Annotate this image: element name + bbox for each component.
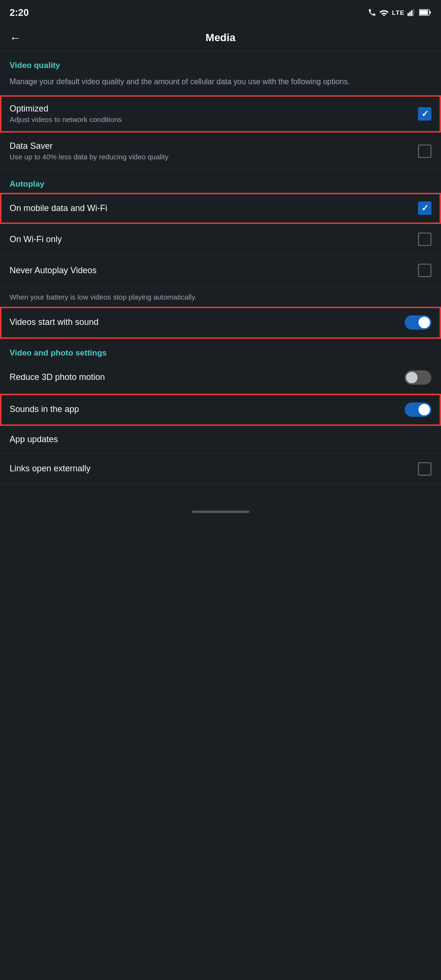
wifi-only-option-title: On Wi-Fi only bbox=[10, 234, 410, 245]
videos-start-with-sound-toggle[interactable] bbox=[405, 315, 431, 330]
status-icons: LTE bbox=[368, 8, 431, 17]
data-saver-option-left: Data Saver Use up to 40% less data by re… bbox=[10, 141, 418, 161]
optimized-checkbox[interactable] bbox=[418, 107, 431, 121]
reduce-3d-photo-toggle-knob bbox=[406, 372, 418, 383]
svg-rect-0 bbox=[407, 13, 409, 16]
app-updates-row[interactable]: App updates bbox=[0, 426, 441, 454]
battery-note: When your battery is low videos stop pla… bbox=[0, 286, 441, 307]
videos-start-with-sound-left: Videos start with sound bbox=[10, 317, 405, 327]
mobile-wifi-checkbox[interactable] bbox=[418, 201, 431, 215]
bottom-pill bbox=[192, 511, 249, 513]
app-updates-left: App updates bbox=[10, 434, 431, 445]
sounds-in-app-toggle-knob bbox=[418, 404, 430, 415]
video-quality-description: Manage your default video quality and th… bbox=[0, 74, 441, 95]
page-title: Media bbox=[205, 32, 235, 44]
status-bar: 2:20 LTE bbox=[0, 0, 441, 25]
never-autoplay-option-left: Never Autoplay Videos bbox=[10, 266, 418, 276]
wifi-only-option-row[interactable]: On Wi-Fi only bbox=[0, 224, 441, 255]
status-time: 2:20 bbox=[10, 7, 29, 18]
app-updates-title: App updates bbox=[10, 434, 424, 445]
video-photo-section-header: Video and photo settings bbox=[0, 339, 441, 362]
battery-icon bbox=[419, 9, 431, 16]
settings-content: Video quality Manage your default video … bbox=[0, 51, 441, 485]
data-saver-option-row[interactable]: Data Saver Use up to 40% less data by re… bbox=[0, 133, 441, 170]
svg-rect-2 bbox=[411, 11, 413, 16]
optimized-option-row[interactable]: Optimized Adjust videos to network condi… bbox=[0, 95, 441, 133]
videos-start-with-sound-title: Videos start with sound bbox=[10, 317, 397, 327]
signal-icon bbox=[407, 9, 416, 16]
data-saver-option-subtitle: Use up to 40% less data by reducing vide… bbox=[10, 153, 410, 161]
never-autoplay-option-row[interactable]: Never Autoplay Videos bbox=[0, 255, 441, 286]
svg-rect-1 bbox=[409, 12, 411, 16]
video-quality-section-header: Video quality bbox=[0, 51, 441, 74]
reduce-3d-photo-toggle[interactable] bbox=[405, 370, 431, 385]
wifi-icon bbox=[379, 9, 389, 16]
optimized-option-left: Optimized Adjust videos to network condi… bbox=[10, 104, 418, 123]
bottom-bar bbox=[0, 504, 441, 520]
svg-rect-6 bbox=[430, 11, 431, 13]
sounds-in-app-toggle[interactable] bbox=[405, 402, 431, 417]
data-saver-option-title: Data Saver bbox=[10, 141, 410, 151]
wifi-only-option-left: On Wi-Fi only bbox=[10, 234, 418, 245]
wifi-only-checkbox[interactable] bbox=[418, 233, 431, 246]
svg-rect-3 bbox=[413, 9, 414, 16]
sounds-in-app-left: Sounds in the app bbox=[10, 404, 405, 414]
mobile-wifi-option-row[interactable]: On mobile data and Wi-Fi bbox=[0, 193, 441, 224]
optimized-option-subtitle: Adjust videos to network conditions bbox=[10, 115, 410, 123]
links-open-externally-row[interactable]: Links open externally bbox=[0, 454, 441, 485]
page-header: ← Media bbox=[0, 25, 441, 51]
sounds-in-app-row[interactable]: Sounds in the app bbox=[0, 394, 441, 426]
links-open-externally-left: Links open externally bbox=[10, 464, 418, 474]
lte-icon: LTE bbox=[392, 9, 405, 16]
back-button[interactable]: ← bbox=[10, 31, 21, 45]
sounds-in-app-title: Sounds in the app bbox=[10, 404, 397, 414]
links-open-externally-title: Links open externally bbox=[10, 464, 410, 474]
autoplay-section-header: Autoplay bbox=[0, 170, 441, 193]
phone-icon bbox=[368, 8, 376, 17]
mobile-wifi-option-title: On mobile data and Wi-Fi bbox=[10, 203, 410, 213]
mobile-wifi-option-left: On mobile data and Wi-Fi bbox=[10, 203, 418, 213]
data-saver-checkbox[interactable] bbox=[418, 145, 431, 158]
links-open-externally-checkbox[interactable] bbox=[418, 462, 431, 476]
never-autoplay-option-title: Never Autoplay Videos bbox=[10, 266, 410, 276]
never-autoplay-checkbox[interactable] bbox=[418, 264, 431, 277]
reduce-3d-photo-left: Reduce 3D photo motion bbox=[10, 372, 405, 382]
videos-start-with-sound-row[interactable]: Videos start with sound bbox=[0, 307, 441, 339]
optimized-option-title: Optimized bbox=[10, 104, 410, 114]
reduce-3d-photo-title: Reduce 3D photo motion bbox=[10, 372, 397, 382]
svg-rect-5 bbox=[419, 10, 428, 15]
reduce-3d-photo-row[interactable]: Reduce 3D photo motion bbox=[0, 362, 441, 394]
videos-start-with-sound-toggle-knob bbox=[418, 317, 430, 328]
